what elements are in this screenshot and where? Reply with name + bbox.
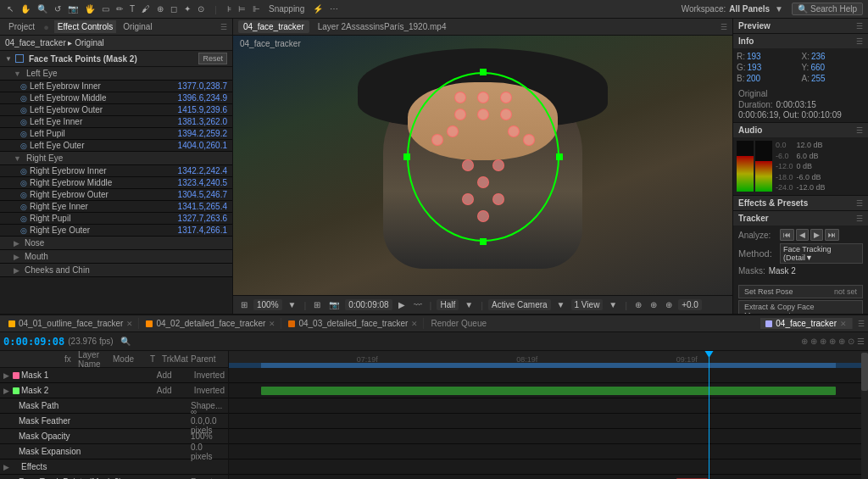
tool-select[interactable]: ↖ xyxy=(5,3,15,14)
tl-tab-close-2[interactable]: ✕ xyxy=(269,320,275,328)
tl-icon-4[interactable]: ⊕ xyxy=(829,337,836,346)
comp-view-value[interactable]: Active Camera xyxy=(488,299,551,310)
tl-scrollbar-thumb[interactable] xyxy=(861,353,868,391)
tool-stamp[interactable]: ⊕ xyxy=(155,3,165,14)
tl-layer-row-1[interactable]: ▶ Mask 2 AddInverted xyxy=(0,383,228,398)
tool-eraser[interactable]: ◻ xyxy=(169,3,179,14)
tl-icon-7[interactable]: ☰ xyxy=(857,337,865,346)
left-eye-item-1[interactable]: ◎ Left Eyebrow Middle 1396.6,234.9 xyxy=(0,92,232,104)
play-back-btn[interactable]: ◀ xyxy=(796,229,809,241)
tl-scrollbar[interactable] xyxy=(861,351,868,479)
tl-layer-row-0[interactable]: ▶ Mask 1 AddInverted xyxy=(0,368,228,383)
left-eye-item-0[interactable]: ◎ Left Eyebrow Inner 1377.0,238.7 xyxy=(0,81,232,92)
comp-views-value[interactable]: 1 View xyxy=(571,299,604,310)
right-eye-item-4[interactable]: ◎ Right Pupil 1327.7,263.6 xyxy=(0,213,232,225)
tool-pan[interactable]: 🖐 xyxy=(83,3,97,14)
tool-zoom[interactable]: 🔍 xyxy=(36,3,49,14)
tool-pen[interactable]: ✏ xyxy=(114,3,125,14)
tool-mask[interactable]: ▭ xyxy=(100,3,111,14)
tool-camera[interactable]: 📷 xyxy=(66,3,80,14)
reset-button[interactable]: Reset xyxy=(198,53,227,64)
left-eye-item-5[interactable]: ◎ Left Eye Outer 1404.0,260.1 xyxy=(0,140,232,152)
method-select[interactable]: Face Tracking (Detail▼ xyxy=(780,243,863,264)
tl-layer-row-7[interactable]: Face Track Points (Mask 2) Reset xyxy=(0,475,228,479)
tl-search-icon[interactable]: 🔍 xyxy=(120,337,131,346)
render-queue-tab[interactable]: Render Queue xyxy=(426,318,492,329)
tool-puppet[interactable]: ⊙ xyxy=(196,3,206,14)
tl-tab-1[interactable]: 04_01_outline_face_tracker ✕ xyxy=(3,318,139,329)
comp-quality-value[interactable]: Half xyxy=(437,299,459,310)
tl-icon-3[interactable]: ⊕ xyxy=(820,337,826,346)
effects-presets-header[interactable]: Effects & Presets ☰ xyxy=(733,196,868,210)
comp-views-dropdown[interactable]: ▼ xyxy=(606,299,620,310)
tl-tab-2[interactable]: 04_02_detailed_face_tracker ✕ xyxy=(141,318,281,329)
comp-camera-icon[interactable]: 📷 xyxy=(326,299,342,310)
right-eye-item-1[interactable]: ◎ Right Eyebrow Middle 1323.4,240.5 xyxy=(0,177,232,189)
align-tool-1[interactable]: ⊧ xyxy=(225,3,233,14)
search-help-box[interactable]: 🔍 Search Help xyxy=(792,3,863,15)
nose-header[interactable]: ▶ Nose xyxy=(0,237,232,250)
comp-extra-icon1[interactable]: ⊕ xyxy=(632,299,644,310)
snap-options[interactable]: ⋯ xyxy=(328,3,340,14)
tool-text[interactable]: T xyxy=(128,3,136,14)
set-rest-pose-btn[interactable]: Set Rest Pose not set xyxy=(738,285,863,298)
snapping-toggle[interactable]: ⚡ xyxy=(311,3,325,14)
tl-tab-4[interactable]: 04_face_tracker ✕ xyxy=(760,318,853,329)
tool-rotate[interactable]: ↺ xyxy=(53,3,63,14)
comp-extra-icon3[interactable]: ⊕ xyxy=(663,299,675,310)
project-tab[interactable]: Project xyxy=(5,20,38,33)
comp-zoom-dropdown[interactable]: ▼ xyxy=(286,299,299,310)
tracker-header[interactable]: Tracker ☰ xyxy=(733,211,868,226)
tl-icon-5[interactable]: ⊕ xyxy=(838,337,845,346)
audio-menu[interactable]: ☰ xyxy=(856,126,863,135)
left-eye-item-2[interactable]: ◎ Left Eyebrow Outer 1415.9,239.6 xyxy=(0,104,232,116)
align-tool-2[interactable]: ⊨ xyxy=(236,3,248,14)
info-header[interactable]: Info ☰ xyxy=(733,34,868,48)
comp-time-value[interactable]: 0:00:09:08 xyxy=(345,299,392,310)
right-eye-header[interactable]: ▼ Right Eye xyxy=(0,152,232,165)
tl-tab-3[interactable]: 04_03_detailed_face_tracker ✕ xyxy=(283,318,424,329)
original-tab[interactable]: Original xyxy=(120,20,155,33)
effect-controls-tab[interactable]: Effect Controls xyxy=(54,20,116,33)
comp-motion-icon[interactable]: 〰 xyxy=(411,299,425,310)
left-eye-item-4[interactable]: ◎ Left Pupil 1394.2,259.2 xyxy=(0,128,232,140)
info-menu[interactable]: ☰ xyxy=(856,37,863,46)
play-fwd-btn[interactable]: ▶ xyxy=(810,229,823,241)
play-prev-btn[interactable]: ⏮ xyxy=(780,229,794,241)
comp-extra-icon2[interactable]: ⊕ xyxy=(648,299,659,310)
right-eye-item-2[interactable]: ◎ Right Eyebrow Outer 1304.5,246.7 xyxy=(0,189,232,201)
right-eye-item-0[interactable]: ◎ Right Eyebrow Inner 1342.2,242.4 xyxy=(0,165,232,177)
align-tool-3[interactable]: ⊩ xyxy=(251,3,262,14)
tl-icon-2[interactable]: ⊕ xyxy=(810,337,817,346)
panel-menu-icon[interactable]: ☰ xyxy=(220,23,227,31)
mouth-header[interactable]: ▶ Mouth xyxy=(0,250,232,264)
comp-zoom-value[interactable]: 100% xyxy=(253,299,282,310)
extract-btn[interactable]: Extract & Copy Face Measurements xyxy=(738,300,863,314)
comp-snap-icon[interactable]: ⊞ xyxy=(238,299,250,310)
workspace-dropdown-icon[interactable]: ▼ xyxy=(773,3,785,14)
handle-right[interactable] xyxy=(556,153,563,160)
cheeks-header[interactable]: ▶ Cheeks and Chin xyxy=(0,264,232,277)
tl-current-time[interactable]: 0:00:09:08 xyxy=(3,336,64,348)
comp-view-dropdown[interactable]: ▼ xyxy=(554,299,568,310)
tl-layer-row-3[interactable]: Mask Feather ∞ 0.0,0.0 pixels xyxy=(0,414,228,429)
tl-icon-1[interactable]: ⊕ xyxy=(801,337,808,346)
tool-roto[interactable]: ✦ xyxy=(182,3,192,14)
audio-header[interactable]: Audio ☰ xyxy=(733,123,868,137)
tool-brush[interactable]: 🖌 xyxy=(140,3,152,14)
comp-grid-icon[interactable]: ⊞ xyxy=(311,299,323,310)
left-eye-header[interactable]: ▼ Left Eye xyxy=(0,67,232,81)
right-eye-item-3[interactable]: ◎ Right Eye Inner 1341.5,265.4 xyxy=(0,201,232,213)
tool-hand[interactable]: ✋ xyxy=(19,3,32,14)
handle-top[interactable] xyxy=(480,69,487,75)
tl-tab-close-4[interactable]: ✕ xyxy=(840,320,847,328)
tl-layer-row-6[interactable]: ▶ Effects xyxy=(0,460,228,475)
face-track-points-header[interactable]: ▼ Face Track Points (Mask 2) Reset xyxy=(0,51,232,67)
play-next-btn[interactable]: ⏭ xyxy=(825,229,839,241)
tl-icon-6[interactable]: ⊙ xyxy=(848,337,854,346)
comp-tab-layer[interactable]: Layer 2AssassinsParís_1920.mp4 xyxy=(313,20,452,33)
tl-tab-close-3[interactable]: ✕ xyxy=(411,320,418,328)
timeline-tabs-menu[interactable]: ☰ xyxy=(858,320,865,328)
comp-tab-main[interactable]: 04_face_tracker xyxy=(238,20,309,33)
comp-menu-icon[interactable]: ☰ xyxy=(721,23,727,31)
